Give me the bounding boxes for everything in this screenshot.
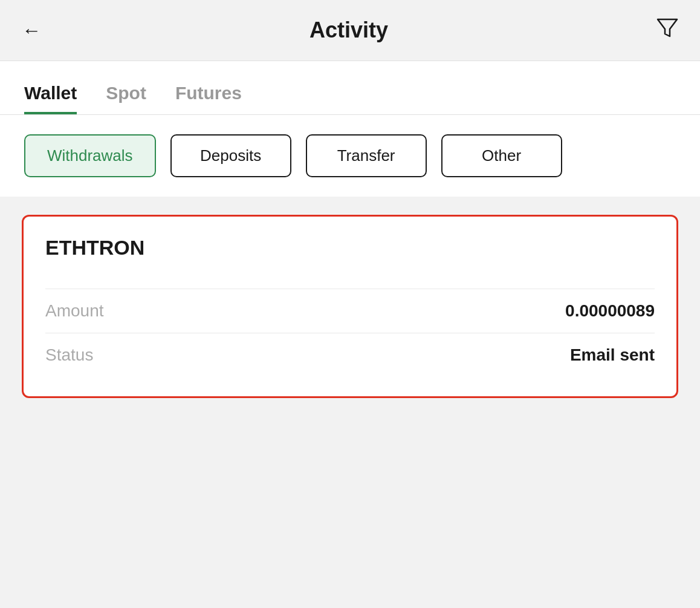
header: ← Activity bbox=[0, 0, 700, 61]
filter-icon bbox=[656, 17, 678, 39]
filter-other[interactable]: Other bbox=[441, 134, 562, 177]
tab-spot[interactable]: Spot bbox=[106, 83, 146, 114]
status-value: Email sent bbox=[570, 345, 655, 365]
amount-label: Amount bbox=[45, 301, 104, 321]
tab-futures[interactable]: Futures bbox=[175, 83, 242, 114]
tab-wallet[interactable]: Wallet bbox=[24, 83, 77, 114]
filter-deposits[interactable]: Deposits bbox=[170, 134, 291, 177]
tabs-container: Wallet Spot Futures bbox=[24, 83, 676, 114]
transaction-card[interactable]: ETHTRON Amount 0.00000089 Status Email s… bbox=[22, 215, 678, 398]
status-row: Status Email sent bbox=[45, 333, 655, 377]
main-content: ETHTRON Amount 0.00000089 Status Email s… bbox=[0, 197, 700, 560]
filter-buttons-container: Withdrawals Deposits Transfer Other bbox=[0, 115, 700, 197]
page-title: Activity bbox=[309, 18, 388, 43]
status-label: Status bbox=[45, 345, 93, 365]
filter-withdrawals[interactable]: Withdrawals bbox=[24, 134, 156, 177]
filter-button[interactable] bbox=[656, 17, 678, 44]
amount-row: Amount 0.00000089 bbox=[45, 289, 655, 333]
transaction-name: ETHTRON bbox=[45, 236, 655, 260]
filter-transfer[interactable]: Transfer bbox=[306, 134, 427, 177]
back-button[interactable]: ← bbox=[22, 19, 41, 42]
amount-value: 0.00000089 bbox=[565, 301, 655, 321]
svg-marker-0 bbox=[658, 19, 677, 36]
content-area: Wallet Spot Futures Withdrawals Deposits… bbox=[0, 61, 700, 197]
